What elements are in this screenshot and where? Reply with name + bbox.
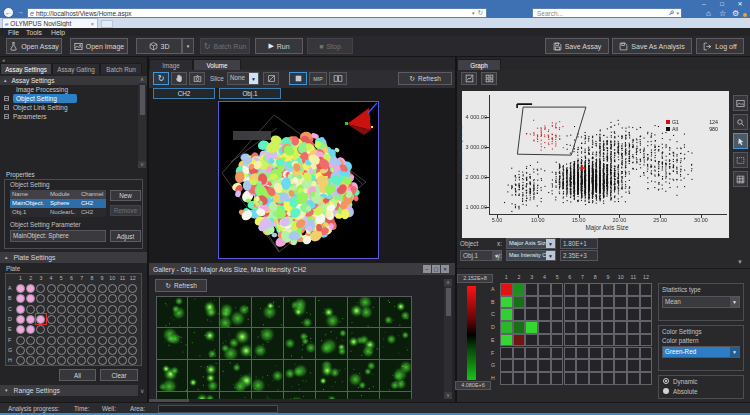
scrollbar-thumb[interactable] bbox=[446, 288, 451, 316]
tree-expander-icon[interactable] bbox=[4, 105, 9, 110]
statistics-type-dropdown[interactable]: Mean ▼ bbox=[662, 296, 740, 308]
well-B5[interactable] bbox=[57, 294, 66, 303]
view-3d-button[interactable]: 3D bbox=[136, 38, 182, 54]
heatmap-cell-B3[interactable] bbox=[525, 296, 538, 309]
parameter-input[interactable]: MainObject: Sphere bbox=[10, 230, 106, 242]
open-assay-button[interactable]: Open Assay bbox=[6, 38, 62, 54]
well-C5[interactable] bbox=[57, 305, 66, 314]
well-A3[interactable] bbox=[36, 284, 45, 293]
well-A2[interactable] bbox=[26, 284, 35, 293]
well-A8[interactable] bbox=[87, 284, 96, 293]
new-button[interactable]: New bbox=[110, 190, 141, 201]
favorites-star-icon[interactable]: ☆ bbox=[719, 9, 726, 18]
tab-image[interactable]: Image bbox=[149, 59, 193, 70]
tree-collapse-icon[interactable]: ▲ bbox=[3, 78, 7, 83]
heatmap-cell-G5[interactable] bbox=[551, 359, 564, 372]
heatmap-cell-E1[interactable] bbox=[500, 334, 513, 347]
well-D6[interactable] bbox=[67, 315, 76, 324]
heatmap-cell-G6[interactable] bbox=[564, 359, 577, 372]
well-H11[interactable] bbox=[118, 356, 127, 365]
heatmap-cell-G3[interactable] bbox=[525, 359, 538, 372]
well-B4[interactable] bbox=[47, 294, 56, 303]
object-dropdown[interactable]: Obj.1 ▼ bbox=[460, 250, 502, 261]
heatmap-cell-E9[interactable] bbox=[602, 334, 615, 347]
well-E1[interactable] bbox=[16, 325, 25, 334]
absolute-radio[interactable] bbox=[663, 388, 669, 394]
scroll-up-icon[interactable]: ∧ bbox=[138, 76, 146, 83]
heatmap-cell-H2[interactable] bbox=[513, 372, 526, 385]
home-icon[interactable]: ⌂ bbox=[706, 9, 711, 18]
well-G11[interactable] bbox=[118, 346, 127, 355]
well-C12[interactable] bbox=[128, 305, 137, 314]
heatmap-cell-G9[interactable] bbox=[602, 359, 615, 372]
heatmap-cell-D10[interactable] bbox=[614, 321, 627, 334]
well-H5[interactable] bbox=[57, 356, 66, 365]
y-axis-dropdown[interactable]: Max Intensity CH2 ▼ bbox=[506, 250, 556, 261]
url-text[interactable]: http://localhost/Views/Home.aspx bbox=[36, 10, 472, 17]
well-E3[interactable] bbox=[36, 325, 45, 334]
heatmap-cell-A5[interactable] bbox=[551, 283, 564, 296]
search-dropdown-icon[interactable]: ▾ bbox=[676, 10, 679, 16]
search-box[interactable]: Search... 🔎︎ ▾ bbox=[532, 8, 682, 18]
well-D7[interactable] bbox=[77, 315, 86, 324]
view-mip-button[interactable]: MIP bbox=[309, 72, 327, 85]
plate-heatmap[interactable]: 123456789101112ABCDEFGH bbox=[486, 274, 656, 389]
heatmap-cell-G12[interactable] bbox=[640, 359, 653, 372]
tree-item-object-setting[interactable]: Object Setting bbox=[13, 94, 77, 103]
well-H6[interactable] bbox=[67, 356, 76, 365]
heatmap-cell-A7[interactable] bbox=[576, 283, 589, 296]
heatmap-cell-G1[interactable] bbox=[500, 359, 513, 372]
scroll-down-icon[interactable]: ∨ bbox=[444, 392, 452, 399]
well-C1[interactable] bbox=[16, 305, 25, 314]
heatmap-cell-A8[interactable] bbox=[589, 283, 602, 296]
tree-root[interactable]: ▲ Assay Settings bbox=[0, 76, 147, 85]
heatmap-cell-E8[interactable] bbox=[589, 334, 602, 347]
export-image-tool-button[interactable] bbox=[733, 95, 748, 111]
heatmap-cell-C6[interactable] bbox=[564, 308, 577, 321]
heatmap-cell-A12[interactable] bbox=[640, 283, 653, 296]
well-plate[interactable]: 123456789101112ABCDEFGH bbox=[5, 273, 142, 366]
heatmap-cell-C8[interactable] bbox=[589, 308, 602, 321]
well-A11[interactable] bbox=[118, 284, 127, 293]
single-plot-layout-button[interactable] bbox=[461, 72, 477, 85]
heatmap-cell-G10[interactable] bbox=[614, 359, 627, 372]
tab-close-icon[interactable]: × bbox=[91, 21, 94, 27]
zoom-tool-button[interactable] bbox=[733, 114, 748, 130]
heatmap-cell-A3[interactable] bbox=[525, 283, 538, 296]
gallery-hscroll-thumb[interactable] bbox=[149, 399, 189, 402]
well-E2[interactable] bbox=[26, 325, 35, 334]
heatmap-cell-G11[interactable] bbox=[627, 359, 640, 372]
channel-ch2-button[interactable]: CH2 bbox=[153, 88, 215, 99]
plate-clear-button[interactable]: Clear bbox=[100, 369, 138, 381]
address-dropdown-icon[interactable]: ▾ bbox=[472, 10, 475, 16]
heatmap-cell-B8[interactable] bbox=[589, 296, 602, 309]
slice-dropdown[interactable]: None ▼ bbox=[227, 72, 259, 85]
heatmap-cell-B1[interactable] bbox=[500, 296, 513, 309]
window-maximize-button[interactable]: □ bbox=[716, 1, 728, 8]
heatmap-cell-F3[interactable] bbox=[525, 347, 538, 360]
heatmap-cell-H5[interactable] bbox=[551, 372, 564, 385]
heatmap-cell-B9[interactable] bbox=[602, 296, 615, 309]
refresh-page-icon[interactable]: ↻ bbox=[478, 9, 483, 17]
heatmap-cell-C7[interactable] bbox=[576, 308, 589, 321]
heatmap-cell-H6[interactable] bbox=[564, 372, 577, 385]
panel-scroll-down-icon[interactable]: ∨ bbox=[140, 387, 144, 394]
gallery-maximize-button[interactable]: ▢ bbox=[432, 265, 440, 273]
save-assay-button[interactable]: Save Assay bbox=[545, 38, 609, 54]
adjust-button[interactable]: Adjust bbox=[110, 230, 141, 242]
heatmap-cell-D3[interactable] bbox=[525, 321, 538, 334]
log-off-button[interactable]: Log off bbox=[696, 38, 744, 54]
well-C9[interactable] bbox=[98, 305, 107, 314]
well-A7[interactable] bbox=[77, 284, 86, 293]
browser-back-button[interactable]: ← bbox=[3, 7, 14, 18]
well-C11[interactable] bbox=[118, 305, 127, 314]
batch-run-button[interactable]: ↻ Batch Run bbox=[200, 38, 250, 54]
heatmap-cell-F11[interactable] bbox=[627, 347, 640, 360]
well-B1[interactable] bbox=[16, 294, 25, 303]
gallery-thumbnails[interactable] bbox=[156, 296, 412, 399]
well-G2[interactable] bbox=[26, 346, 35, 355]
heatmap-cell-A9[interactable] bbox=[602, 283, 615, 296]
heatmap-cell-C1[interactable] bbox=[500, 308, 513, 321]
tab-volume[interactable]: Volume bbox=[193, 59, 241, 70]
table-row[interactable]: MainObject.SphereCH2 bbox=[10, 199, 106, 208]
